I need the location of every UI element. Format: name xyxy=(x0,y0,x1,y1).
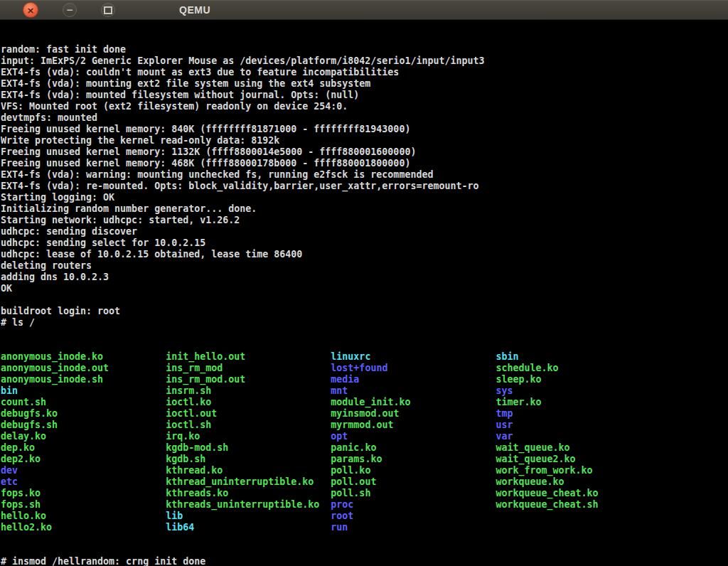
ls-entry: run xyxy=(331,522,348,533)
ls-entry: params.ko xyxy=(331,454,496,464)
terminal-line: random: fast init done xyxy=(1,44,728,55)
ls-entry: usr xyxy=(496,420,513,430)
ls-entry: insrm.sh xyxy=(166,385,331,396)
ls-entry: opt xyxy=(331,431,496,442)
terminal-line: input: ImExPS/2 Generic Explorer Mouse a… xyxy=(1,55,728,67)
terminal-line: EXT4-fs (vda): mounted filesystem withou… xyxy=(1,90,728,101)
terminal-line: dev kthread.ko poll.ko work_from_work.ko xyxy=(1,465,728,476)
close-button[interactable]: × xyxy=(23,2,38,18)
terminal-line: delay.ko irq.ko opt var xyxy=(1,431,728,442)
terminal-line: EXT4-fs (vda): re-mounted. Opts: block_v… xyxy=(1,181,728,192)
ls-entry: dev xyxy=(1,465,166,476)
ls-entry: fops.sh xyxy=(1,499,166,510)
terminal-line: Freeing unused kernel memory: 1132K (fff… xyxy=(1,146,728,158)
ls-entry: init_hello.out xyxy=(166,351,331,362)
terminal-line: anonymous_inode.out ins_rm_mod lost+foun… xyxy=(1,363,728,374)
terminal-line: EXT4-fs (vda): warning: mounting uncheck… xyxy=(1,169,728,181)
terminal-line: buildroot login: root xyxy=(1,306,728,317)
ls-entry: mnt xyxy=(331,385,496,396)
terminal-line: fops.sh kthreads_uninterruptible.ko proc… xyxy=(1,499,728,511)
ls-entry: wait_queue2.ko xyxy=(496,454,576,464)
ls-output: anonymous_inode.ko init_hello.out linuxr… xyxy=(1,351,728,533)
ls-entry: kthreads.ko xyxy=(166,488,331,498)
ls-entry: panic.ko xyxy=(331,442,496,453)
ls-entry: etc xyxy=(1,476,166,487)
ls-entry: wait_queue.ko xyxy=(496,442,570,453)
terminal-line: # ls / xyxy=(1,317,728,329)
titlebar[interactable]: × − QEMU xyxy=(0,0,728,20)
terminal-line: dep2.ko kgdb.sh params.ko wait_queue2.ko xyxy=(1,454,728,465)
terminal-line: adding dns 10.0.2.3 xyxy=(1,272,728,283)
terminal-line: udhcpc: lease of 10.0.2.15 obtained, lea… xyxy=(1,249,728,260)
ls-entry: lost+found xyxy=(331,363,496,373)
terminal-line: Write protecting the kernel read-only da… xyxy=(1,135,728,146)
ls-entry: dep2.ko xyxy=(1,454,166,464)
terminal-line: Starting network: udhcpc: started, v1.26… xyxy=(1,215,728,226)
ls-entry: module_init.ko xyxy=(331,397,496,407)
output-lines: # insmod /hellrandom: crng init done# in… xyxy=(1,556,728,566)
ls-entry: linuxrc xyxy=(331,351,496,362)
maximize-icon xyxy=(104,6,112,14)
ls-entry: lib xyxy=(166,511,331,521)
ls-entry: ins_rm_mod xyxy=(166,363,331,373)
ls-entry: sbin xyxy=(496,351,519,362)
terminal-line: hello.ko lib root xyxy=(1,511,728,522)
ls-entry: debugfs.ko xyxy=(1,408,166,419)
ls-entry: kgdb-mod.sh xyxy=(166,442,331,453)
terminal-line: udhcpc: sending select for 10.0.2.15 xyxy=(1,237,728,249)
terminal-line: Starting logging: OK xyxy=(1,192,728,203)
window-title: QEMU xyxy=(179,4,210,16)
ls-entry: irq.ko xyxy=(166,431,331,442)
terminal-line: VFS: Mounted root (ext2 filesystem) read… xyxy=(1,101,728,112)
minimize-button[interactable]: − xyxy=(63,3,77,17)
ls-entry: schedule.ko xyxy=(496,363,559,373)
minimize-icon: − xyxy=(66,6,73,14)
terminal-screen[interactable]: random: fast init doneinput: ImExPS/2 Ge… xyxy=(0,20,728,566)
ls-entry: media xyxy=(331,374,496,385)
ls-entry: workqueue_cheat.ko xyxy=(496,488,599,498)
ls-entry: myrmmod.out xyxy=(331,420,496,430)
ls-entry: hello2.ko xyxy=(1,522,166,533)
ls-entry: workqueue_cheat.sh xyxy=(496,499,599,510)
ls-entry: tmp xyxy=(496,408,513,419)
ls-entry: anonymous_inode.out xyxy=(1,363,166,373)
terminal-line: Freeing unused kernel memory: 840K (ffff… xyxy=(1,124,728,135)
ls-entry: ioctl.sh xyxy=(166,420,331,430)
terminal-line: deleting routers xyxy=(1,260,728,272)
terminal-line: Freeing unused kernel memory: 468K (ffff… xyxy=(1,158,728,169)
ls-entry: ins_rm_mod.out xyxy=(166,374,331,385)
ls-entry: poll.ko xyxy=(331,465,496,476)
maximize-button[interactable] xyxy=(101,3,115,17)
ls-entry: workqueue.ko xyxy=(496,476,564,487)
ls-entry: kgdb.sh xyxy=(166,454,331,464)
terminal-line: # insmod /hellrandom: crng init done xyxy=(1,556,728,566)
ls-entry: sleep.ko xyxy=(496,374,542,385)
terminal-line: OK xyxy=(1,283,728,294)
terminal-line: anonymous_inode.ko init_hello.out linuxr… xyxy=(1,351,728,363)
ls-entry: debugfs.sh xyxy=(1,420,166,430)
terminal-line: bin insrm.sh mnt sys xyxy=(1,385,728,397)
ls-entry: work_from_work.ko xyxy=(496,465,593,476)
ls-entry: poll.out xyxy=(331,476,496,487)
ls-entry: sys xyxy=(496,385,513,396)
ls-entry: myinsmod.out xyxy=(331,408,496,419)
ls-entry: ioctl.out xyxy=(166,408,331,419)
ls-entry: kthreads_uninterruptible.ko xyxy=(166,499,331,510)
terminal-line: dep.ko kgdb-mod.sh panic.ko wait_queue.k… xyxy=(1,442,728,454)
ls-entry: fops.ko xyxy=(1,488,166,498)
ls-entry: var xyxy=(496,431,513,442)
ls-entry: timer.ko xyxy=(496,397,542,407)
terminal-line: anonymous_inode.sh ins_rm_mod.out media … xyxy=(1,374,728,385)
ls-entry: count.sh xyxy=(1,397,166,407)
terminal-line: EXT4-fs (vda): couldn't mount as ext3 du… xyxy=(1,67,728,78)
terminal-line: udhcpc: sending discover xyxy=(1,226,728,237)
ls-entry: lib64 xyxy=(166,522,331,533)
terminal-line: debugfs.sh ioctl.sh myrmmod.out usr xyxy=(1,420,728,431)
ls-entry: anonymous_inode.sh xyxy=(1,374,166,385)
ls-entry: anonymous_inode.ko xyxy=(1,351,166,362)
terminal-line: fops.ko kthreads.ko poll.sh workqueue_ch… xyxy=(1,488,728,499)
ls-entry: bin xyxy=(1,385,166,396)
ls-entry: root xyxy=(331,511,353,521)
ls-entry: poll.sh xyxy=(331,488,496,498)
ls-entry: ioctl.ko xyxy=(166,397,331,407)
